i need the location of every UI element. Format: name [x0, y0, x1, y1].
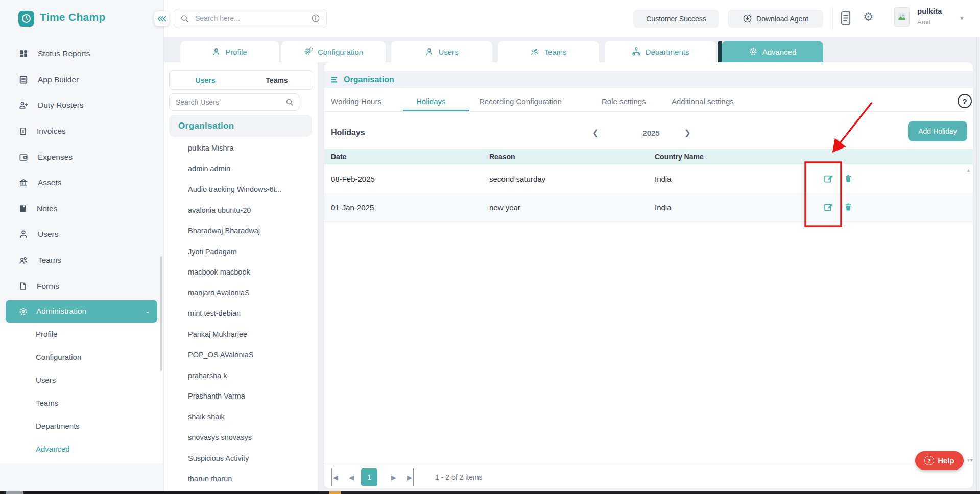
top-bar: Time Champ Customer Success Download Age…: [0, 0, 980, 37]
ctab-label: Additional settings: [672, 97, 734, 106]
page-scroll-caret-icon[interactable]: ▼: [969, 458, 974, 463]
topbar-divider: [832, 7, 833, 30]
pagination-last-button[interactable]: ▶: [407, 468, 414, 486]
list-item[interactable]: Pankaj Mukharjee: [164, 324, 318, 345]
info-icon[interactable]: [311, 14, 320, 23]
user-org: Amit: [917, 18, 930, 26]
user-search[interactable]: [169, 93, 299, 111]
list-item[interactable]: mint test-debian: [164, 303, 318, 324]
tab-users[interactable]: Users: [391, 41, 492, 62]
sidebar-item-forms[interactable]: Forms: [0, 273, 163, 299]
list-item[interactable]: shaik shaik: [164, 407, 318, 428]
tab-departments[interactable]: Departments: [605, 41, 716, 62]
gears-icon: [304, 47, 313, 56]
submenu-label: Teams: [36, 399, 58, 407]
list-item[interactable]: Jyoti Padagam: [164, 241, 318, 262]
window-scrollbar-track[interactable]: [976, 37, 977, 491]
notebook-icon: [18, 204, 28, 213]
tab-recording-configuration[interactable]: Recording Configuration: [479, 91, 562, 111]
cell-country: India: [655, 164, 672, 193]
tab-configuration[interactable]: Configuration: [281, 41, 386, 62]
wallet-icon: [18, 152, 29, 162]
help-circle-icon[interactable]: ?: [958, 94, 972, 108]
sidebar-item-teams[interactable]: Teams: [0, 248, 163, 274]
list-item[interactable]: POP_OS AValoniaS: [164, 344, 318, 365]
tab-holidays[interactable]: Holidays: [416, 91, 446, 111]
document-icon[interactable]: [839, 10, 852, 26]
sidebar-item-app-builder[interactable]: App Builder: [0, 67, 163, 93]
sidebar-item-notes[interactable]: Notes: [0, 196, 163, 222]
sidebar-item-assets[interactable]: Assets: [0, 170, 163, 196]
tabs-divider: [324, 111, 965, 112]
list-item[interactable]: snovasys snovasys: [164, 427, 318, 448]
sidebar-item-status-reports[interactable]: Status Reports: [0, 41, 163, 67]
user-name: pulkita: [917, 7, 942, 15]
search-icon: [180, 14, 189, 23]
group-header[interactable]: Organisation: [169, 115, 312, 137]
user-avatar[interactable]: [894, 7, 910, 27]
next-year-button[interactable]: ❯: [684, 122, 691, 143]
prev-year-button[interactable]: ❮: [592, 122, 599, 143]
customer-success-button[interactable]: Customer Success: [633, 10, 719, 28]
table-row[interactable]: 01-Jan-2025 new year India: [324, 193, 973, 222]
person-icon: [425, 47, 434, 56]
global-search-input[interactable]: [194, 14, 306, 23]
sidebar-item-users[interactable]: Users: [0, 221, 163, 248]
sidebar-item-duty-rosters[interactable]: Duty Rosters: [0, 92, 163, 118]
list-item[interactable]: Bharadwaj Bharadwaj: [164, 220, 318, 241]
table-row[interactable]: 08-Feb-2025 second saturday India: [324, 164, 973, 193]
sidebar-nav: Status Reports App Builder Duty Rosters …: [0, 37, 164, 491]
edit-icon[interactable]: [823, 202, 834, 213]
toggle-teams[interactable]: Teams: [241, 71, 313, 89]
submenu-item-teams[interactable]: Teams: [0, 391, 163, 414]
sidebar-scrollbar[interactable]: [160, 256, 162, 371]
pagination-page-button[interactable]: 1: [361, 468, 377, 486]
list-item[interactable]: admin admin: [164, 159, 318, 180]
toggle-users[interactable]: Users: [170, 71, 241, 89]
list-item[interactable]: manjaro AvaloniaS: [164, 283, 318, 304]
sidebar-collapse-button[interactable]: [154, 11, 169, 26]
tab-profile[interactable]: Profile: [180, 41, 279, 62]
pagination-first-button[interactable]: ◀: [331, 468, 338, 486]
tab-working-hours[interactable]: Working Hours: [331, 91, 381, 111]
list-item[interactable]: pulkita Mishra: [164, 138, 318, 159]
submenu-item-advanced[interactable]: Advanced: [0, 437, 163, 460]
download-agent-button[interactable]: Download Agent: [728, 10, 823, 28]
user-menu-caret-icon[interactable]: ▼: [959, 15, 965, 21]
submenu-item-departments[interactable]: Departments: [0, 414, 163, 437]
section-title: Holidays: [331, 122, 365, 143]
list-item[interactable]: Suspicious Activity: [164, 448, 318, 469]
list-item[interactable]: praharsha k: [164, 365, 318, 386]
list-item[interactable]: Prashanth Varma: [164, 386, 318, 407]
settings-gear-icon[interactable]: ⚙: [863, 11, 874, 23]
tab-role-settings[interactable]: Role settings: [602, 91, 646, 111]
user-search-input[interactable]: [175, 97, 285, 107]
pagination-prev-button[interactable]: ◀: [349, 468, 354, 486]
submenu-item-configuration[interactable]: Configuration: [0, 345, 163, 368]
sidebar-item-label: Status Reports: [38, 49, 90, 58]
global-search[interactable]: [174, 9, 327, 28]
tab-teams[interactable]: Teams: [498, 41, 599, 62]
sidebar-item-expenses[interactable]: Expenses: [0, 144, 163, 170]
list-item[interactable]: tharun tharun: [164, 468, 318, 489]
entity-panel: Users Teams Organisation pulkita Mishra …: [164, 62, 318, 491]
sidebar-item-invoices[interactable]: $ Invoices: [0, 118, 163, 144]
list-item[interactable]: Audio tracking Windows-6t...: [164, 179, 318, 200]
cell-date: 01-Jan-2025: [331, 193, 374, 221]
sidebar-item-administration[interactable]: Administration ⌄: [6, 300, 157, 323]
app-logo: [18, 11, 34, 27]
add-holiday-button[interactable]: Add Holiday: [908, 121, 967, 141]
table-scroll-up-icon[interactable]: ▲: [966, 168, 971, 173]
pagination-next-button[interactable]: ▶: [391, 468, 396, 486]
edit-icon[interactable]: [823, 173, 834, 184]
delete-icon[interactable]: [843, 202, 854, 213]
submenu-item-profile[interactable]: Profile: [0, 323, 163, 345]
help-button[interactable]: ? Help: [915, 451, 964, 470]
tab-advanced[interactable]: Advanced: [722, 41, 823, 62]
delete-icon[interactable]: [843, 173, 854, 184]
list-item[interactable]: avalonia ubuntu-20: [164, 200, 318, 221]
tab-label: Teams: [544, 47, 566, 56]
tab-additional-settings[interactable]: Additional settings: [672, 91, 734, 111]
submenu-item-users[interactable]: Users: [0, 368, 163, 391]
list-item[interactable]: macbook macbook: [164, 262, 318, 283]
